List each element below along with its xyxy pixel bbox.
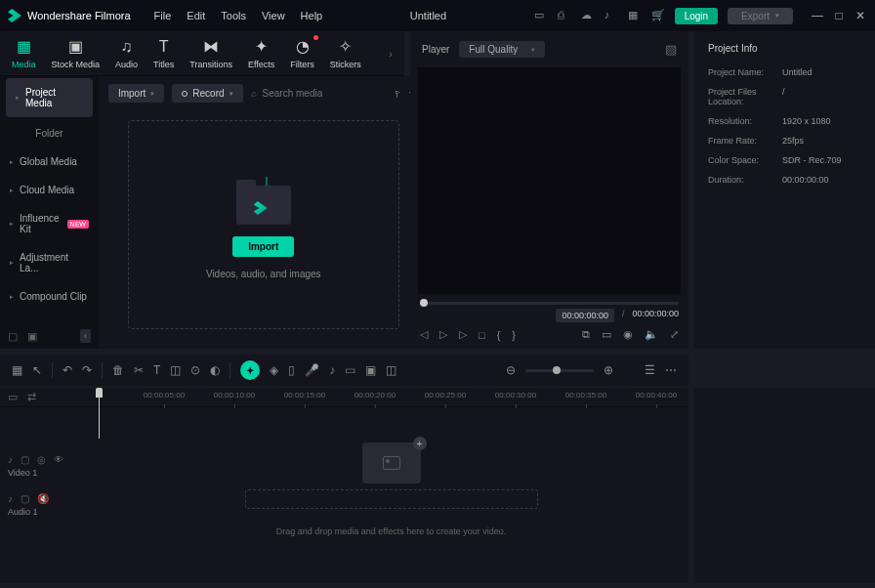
group-button[interactable]: ▭ bbox=[345, 363, 355, 377]
search-icon: ⌕ bbox=[251, 88, 257, 99]
speed-button[interactable]: ⊙ bbox=[190, 363, 200, 377]
volume-icon[interactable]: 🔈 bbox=[645, 328, 658, 341]
menu-view[interactable]: View bbox=[262, 10, 285, 21]
layout-icon[interactable]: ▦ bbox=[12, 363, 22, 377]
media-sidebar: ▸Project Media Folder ▸Global Media ▸Clo… bbox=[0, 76, 99, 349]
zoom-out-button[interactable]: ⊖ bbox=[506, 363, 516, 377]
sidebar-item-adjustment-layer[interactable]: ▸Adjustment La... bbox=[0, 243, 99, 282]
tab-stock-media[interactable]: ▣Stock Media bbox=[52, 37, 101, 69]
track-view-button[interactable]: ☰ bbox=[645, 363, 655, 377]
total-time: 00:00:00:00 bbox=[632, 309, 679, 322]
media-toolbar: Import▾ Record▾ ⌕ ⫯ ⋯ bbox=[99, 76, 429, 110]
record-dropdown[interactable]: Record▾ bbox=[172, 84, 242, 103]
menu-file[interactable]: File bbox=[154, 10, 172, 21]
cart-icon[interactable]: 🛒 bbox=[651, 9, 665, 22]
player-progress[interactable] bbox=[420, 302, 679, 305]
new-folder-icon[interactable]: ▣ bbox=[27, 330, 39, 342]
player-viewport[interactable] bbox=[418, 67, 681, 294]
compare-icon[interactable]: ⧉ bbox=[582, 328, 590, 341]
device-icon[interactable]: ▭ bbox=[534, 9, 548, 22]
zoom-in-button[interactable]: ⊕ bbox=[604, 363, 613, 377]
target-icon[interactable]: ◎ bbox=[37, 454, 46, 465]
play-button[interactable]: ▷ bbox=[439, 328, 447, 341]
nest-button[interactable]: ◫ bbox=[386, 363, 396, 377]
mark-out-button[interactable]: } bbox=[512, 329, 516, 341]
render-button[interactable]: ▣ bbox=[365, 363, 376, 377]
ruler-tick: 00:00:10:00 bbox=[214, 391, 255, 399]
audio-mix-button[interactable]: ♪ bbox=[329, 363, 335, 377]
timeline-hint: Drag and drop media and effects here to … bbox=[276, 526, 506, 536]
mark-in-button[interactable]: { bbox=[497, 329, 501, 341]
import-dropdown[interactable]: Import▾ bbox=[108, 84, 164, 103]
tab-filters[interactable]: ◔Filters bbox=[290, 37, 314, 69]
lock-icon[interactable]: ▢ bbox=[21, 493, 29, 504]
undo-button[interactable]: ↶ bbox=[62, 363, 72, 377]
placeholder-track-slot[interactable] bbox=[245, 489, 538, 509]
stop-button[interactable]: □ bbox=[479, 329, 485, 341]
sidebar-item-project-media[interactable]: ▸Project Media bbox=[6, 78, 93, 117]
cloud-icon[interactable]: ☁ bbox=[581, 9, 595, 22]
visibility-icon[interactable]: 👁 bbox=[54, 454, 63, 465]
timeline-ruler[interactable]: 00:00:05:0000:00:10:0000:00:15:0000:00:2… bbox=[94, 388, 688, 407]
ai-button[interactable]: ✦ bbox=[240, 360, 260, 380]
mute-icon[interactable]: 🔇 bbox=[37, 493, 49, 504]
track-sync-icon[interactable]: ⇄ bbox=[27, 391, 36, 403]
delete-button[interactable]: 🗑 bbox=[112, 363, 124, 377]
next-frame-button[interactable]: ▷ bbox=[459, 328, 467, 341]
marker-button[interactable]: ▯ bbox=[288, 363, 295, 377]
tab-stickers[interactable]: ✧Stickers bbox=[330, 37, 361, 69]
crop-button[interactable]: ◫ bbox=[170, 363, 181, 377]
fullscreen-icon[interactable]: ⤢ bbox=[670, 328, 679, 341]
redo-button[interactable]: ↷ bbox=[82, 363, 92, 377]
zoom-slider[interactable] bbox=[525, 369, 594, 372]
tabs-scroll-right[interactable]: › bbox=[389, 48, 393, 60]
sidebar-item-folder[interactable]: Folder bbox=[0, 119, 99, 147]
collapse-sidebar-button[interactable]: ‹ bbox=[80, 329, 91, 343]
titlebar: Wondershare Filmora File Edit Tools View… bbox=[0, 0, 875, 31]
lock-icon[interactable]: ▢ bbox=[21, 454, 29, 465]
project-info-title: Project Info bbox=[708, 43, 861, 54]
sidebar-item-compound-clip[interactable]: ▸Compound Clip bbox=[0, 282, 99, 311]
save-icon[interactable]: ⎙ bbox=[558, 9, 571, 22]
voiceover-button[interactable]: 🎤 bbox=[305, 363, 319, 377]
cut-button[interactable]: ✂ bbox=[134, 363, 144, 377]
import-button[interactable]: Import bbox=[232, 236, 294, 257]
tab-media[interactable]: ▦Media bbox=[12, 37, 36, 69]
tab-audio[interactable]: ♫Audio bbox=[115, 38, 138, 69]
text-button[interactable]: T bbox=[153, 363, 160, 377]
headphones-icon[interactable]: ♪ bbox=[604, 9, 618, 22]
search-input[interactable] bbox=[263, 88, 387, 99]
media-drop-zone[interactable]: ↓ Import Videos, audio, and images bbox=[128, 120, 399, 329]
tab-effects[interactable]: ✦Effects bbox=[248, 37, 274, 69]
color-button[interactable]: ◐ bbox=[210, 363, 220, 377]
menu-help[interactable]: Help bbox=[301, 10, 323, 21]
minimize-button[interactable]: — bbox=[811, 9, 824, 22]
track-link-icon[interactable]: ▭ bbox=[8, 391, 18, 403]
snapshot-icon[interactable]: ▧ bbox=[665, 42, 677, 57]
maximize-button[interactable]: □ bbox=[832, 9, 846, 22]
sidebar-item-cloud-media[interactable]: ▸Cloud Media bbox=[0, 176, 99, 204]
pointer-icon[interactable]: ↖ bbox=[32, 363, 42, 377]
prev-frame-button[interactable]: ◁ bbox=[420, 328, 428, 341]
sidebar-item-global-media[interactable]: ▸Global Media bbox=[0, 147, 99, 176]
keyframe-button[interactable]: ◈ bbox=[270, 363, 278, 377]
track-head-audio1[interactable]: ♪▢🔇 Audio 1 bbox=[0, 485, 94, 525]
timeline-settings-button[interactable]: ⋯ bbox=[665, 363, 677, 377]
close-button[interactable]: ✕ bbox=[854, 9, 867, 22]
quality-dropdown[interactable]: Full Quality▾ bbox=[459, 41, 545, 58]
filter-icon[interactable]: ⫯ bbox=[395, 88, 400, 100]
new-bin-icon[interactable]: ▢ bbox=[8, 330, 20, 342]
login-button[interactable]: Login bbox=[675, 8, 718, 24]
export-button[interactable]: Export▾ bbox=[728, 8, 793, 24]
apps-icon[interactable]: ▦ bbox=[628, 9, 642, 22]
timeline-canvas[interactable]: 00:00:05:0000:00:10:0000:00:15:0000:00:2… bbox=[94, 388, 688, 583]
menu-edit[interactable]: Edit bbox=[187, 10, 205, 21]
tab-titles[interactable]: TTitles bbox=[153, 38, 174, 69]
menu-tools[interactable]: Tools bbox=[221, 10, 246, 21]
sidebar-item-influence-kit[interactable]: ▸Influence KitNEW bbox=[0, 204, 99, 243]
track-head-video1[interactable]: ♪▢◎👁 Video 1 bbox=[0, 446, 94, 485]
display-icon[interactable]: ▭ bbox=[602, 328, 611, 341]
camera-icon[interactable]: ◉ bbox=[623, 328, 633, 341]
tab-transitions[interactable]: ⧓Transitions bbox=[189, 37, 232, 69]
music-icon: ♪ bbox=[8, 454, 13, 465]
